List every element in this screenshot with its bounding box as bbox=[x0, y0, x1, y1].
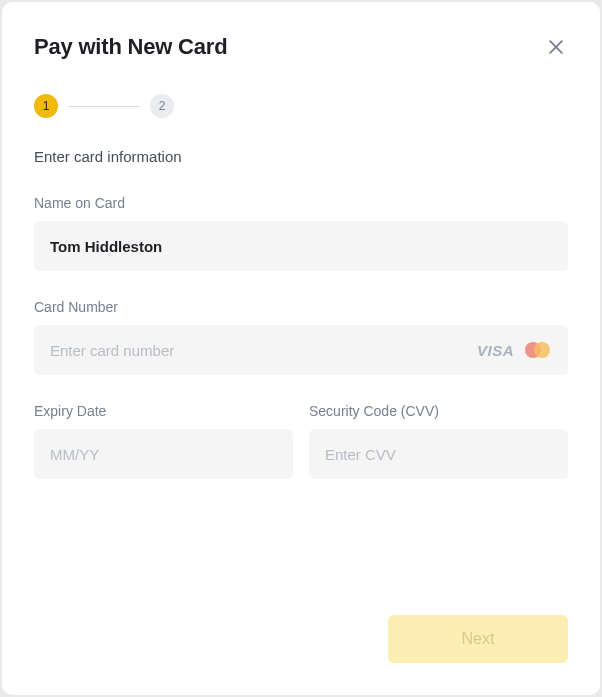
card-number-label: Card Number bbox=[34, 299, 568, 315]
card-number-input[interactable] bbox=[50, 325, 477, 375]
cvv-input[interactable] bbox=[325, 429, 552, 479]
expiry-input-wrap bbox=[34, 429, 293, 479]
name-label: Name on Card bbox=[34, 195, 568, 211]
instruction-text: Enter card information bbox=[34, 148, 568, 165]
visa-icon: VISA bbox=[477, 342, 514, 359]
name-field-group: Name on Card bbox=[34, 195, 568, 271]
progress-stepper: 1 2 bbox=[34, 94, 568, 118]
modal-title: Pay with New Card bbox=[34, 34, 227, 60]
step-connector bbox=[68, 106, 140, 107]
expiry-input[interactable] bbox=[50, 429, 277, 479]
expiry-cvv-row: Expiry Date Security Code (CVV) bbox=[34, 403, 568, 507]
step-1: 1 bbox=[34, 94, 58, 118]
step-2: 2 bbox=[150, 94, 174, 118]
card-brand-icons: VISA bbox=[477, 340, 552, 360]
close-icon bbox=[546, 37, 566, 57]
modal-header: Pay with New Card bbox=[34, 34, 568, 60]
name-input-wrap bbox=[34, 221, 568, 271]
expiry-label: Expiry Date bbox=[34, 403, 293, 419]
card-number-field-group: Card Number VISA bbox=[34, 299, 568, 375]
pay-new-card-modal: Pay with New Card 1 2 Enter card informa… bbox=[2, 2, 600, 695]
close-button[interactable] bbox=[544, 35, 568, 59]
name-input[interactable] bbox=[50, 221, 552, 271]
svg-point-3 bbox=[534, 342, 550, 358]
cvv-label: Security Code (CVV) bbox=[309, 403, 568, 419]
next-button[interactable]: Next bbox=[388, 615, 568, 663]
mastercard-icon bbox=[522, 340, 552, 360]
expiry-field-group: Expiry Date bbox=[34, 403, 293, 479]
cvv-field-group: Security Code (CVV) bbox=[309, 403, 568, 479]
cvv-input-wrap bbox=[309, 429, 568, 479]
modal-footer: Next bbox=[34, 615, 568, 663]
card-number-input-wrap: VISA bbox=[34, 325, 568, 375]
